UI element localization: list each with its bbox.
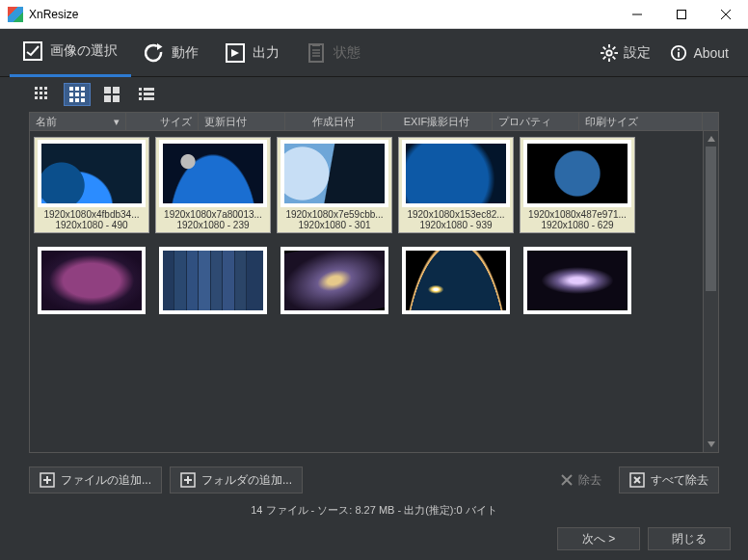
thumbnail-item[interactable]	[34, 245, 149, 316]
settings-label: 設定	[624, 44, 651, 62]
svg-rect-45	[104, 95, 111, 102]
status-bar: 14 ファイル - ソース: 8.27 MB - 出力(推定):0 バイト	[0, 499, 748, 521]
vertical-scrollbar[interactable]	[703, 131, 718, 452]
svg-rect-41	[75, 98, 79, 102]
add-folder-icon	[180, 472, 196, 488]
svg-rect-39	[81, 93, 85, 96]
add-file-button[interactable]: ファイルの追加...	[29, 467, 162, 493]
svg-rect-32	[40, 96, 42, 99]
app-icon	[8, 7, 23, 22]
action-icon	[145, 43, 164, 63]
output-icon	[226, 43, 245, 63]
svg-rect-47	[139, 88, 142, 91]
view-large-grid[interactable]	[98, 83, 125, 106]
view-medium-grid[interactable]	[64, 83, 91, 106]
svg-rect-40	[69, 98, 73, 102]
thumb-filename: 1920x1080x153ec82...	[407, 209, 504, 220]
thumbnail-grid[interactable]: 1920x1080x4fbdb34...1920x1080 - 4901920x…	[30, 131, 703, 452]
thumbnail-item[interactable]	[520, 245, 635, 316]
thumb-filename: 1920x1080x487e971...	[528, 209, 627, 220]
svg-rect-37	[69, 93, 73, 96]
col-printsize[interactable]: 印刷サイズ	[579, 113, 703, 130]
add-folder-button[interactable]: フォルダの追加...	[170, 467, 303, 493]
svg-rect-29	[40, 92, 42, 94]
maximize-button[interactable]	[659, 0, 704, 29]
svg-rect-52	[144, 97, 154, 100]
svg-marker-5	[157, 43, 163, 50]
tab-action[interactable]: 動作	[131, 29, 212, 77]
thumbnail-item[interactable]: 1920x1080x7a80013...1920x1080 - 239	[155, 137, 271, 233]
add-file-label: ファイルの追加...	[61, 472, 151, 489]
next-button[interactable]: 次へ >	[557, 527, 640, 550]
svg-rect-9	[312, 43, 320, 46]
remove-icon	[561, 474, 573, 486]
svg-rect-25	[35, 87, 38, 90]
tab-output[interactable]: 出力	[212, 29, 293, 77]
thumb-info: 1920x1080 - 629	[541, 220, 613, 230]
scrollbar-thumb[interactable]	[706, 147, 716, 291]
col-size[interactable]: サイズ	[126, 113, 199, 130]
thumbnail-item[interactable]: 1920x1080x153ec82...1920x1080 - 939	[398, 137, 514, 233]
thumbnail-item[interactable]: 1920x1080x7e59cbb...1920x1080 - 301	[277, 137, 392, 233]
svg-rect-28	[35, 92, 38, 94]
svg-rect-27	[44, 87, 47, 90]
view-toolbar	[0, 77, 748, 112]
svg-marker-53	[708, 136, 715, 142]
tab-status: 状態	[293, 29, 374, 77]
tab-select-images[interactable]: 画像の選択	[10, 29, 131, 77]
about-label: About	[693, 45, 729, 61]
remove-all-button[interactable]: すべて除去	[619, 467, 719, 493]
svg-rect-51	[139, 97, 142, 100]
minimize-button[interactable]	[615, 0, 659, 29]
svg-rect-4	[24, 42, 41, 60]
remove-all-icon	[629, 472, 645, 488]
thumb-filename: 1920x1080x7a80013...	[164, 209, 262, 220]
thumbnail-item[interactable]	[155, 245, 271, 316]
remove-all-label: すべて除去	[651, 472, 708, 489]
titlebar[interactable]: XnResize	[0, 0, 748, 29]
svg-rect-33	[44, 96, 47, 99]
gear-icon	[601, 44, 618, 62]
remove-button[interactable]: 除去	[551, 467, 611, 493]
close-app-button[interactable]: 閉じる	[648, 527, 731, 550]
svg-line-21	[613, 46, 616, 49]
svg-line-18	[603, 46, 606, 49]
thumbnail-item[interactable]	[277, 245, 392, 316]
tab-status-label: 状態	[334, 44, 361, 62]
col-name[interactable]: 名前▾	[30, 113, 126, 130]
scroll-up-icon[interactable]	[704, 131, 719, 147]
svg-marker-7	[231, 49, 239, 57]
remove-label: 除去	[578, 472, 601, 489]
column-headers[interactable]: 名前▾ サイズ 更新日付 作成日付 EXIF撮影日付 プロパティ 印刷サイズ	[29, 112, 719, 131]
svg-rect-35	[75, 87, 79, 91]
thumbnail-item[interactable]: 1920x1080x4fbdb34...1920x1080 - 490	[34, 137, 149, 233]
thumbnail-item[interactable]	[398, 245, 514, 316]
col-scroll-spacer	[703, 113, 718, 130]
settings-button[interactable]: 設定	[591, 29, 660, 77]
main-tabs: 画像の選択 動作 出力 状態 設定 About	[0, 29, 748, 77]
svg-rect-50	[144, 93, 154, 95]
view-small-grid[interactable]	[29, 83, 56, 106]
col-exifdate[interactable]: EXIF撮影日付	[382, 113, 493, 130]
sort-indicator: ▾	[114, 116, 120, 128]
info-icon	[670, 44, 687, 62]
col-modified[interactable]: 更新日付	[199, 113, 285, 130]
tab-output-label: 出力	[253, 44, 280, 62]
thumbnail-item[interactable]: 1920x1080x487e971...1920x1080 - 629	[520, 137, 635, 233]
col-props[interactable]: プロパティ	[493, 113, 579, 130]
svg-rect-34	[69, 87, 73, 91]
action-bar: ファイルの追加... フォルダの追加... 除去 すべて除去	[0, 461, 748, 499]
about-button[interactable]: About	[660, 29, 738, 77]
tab-select-label: 画像の選択	[50, 42, 118, 60]
svg-rect-46	[113, 95, 120, 102]
close-button[interactable]	[704, 0, 748, 29]
svg-rect-1	[678, 10, 686, 18]
scroll-down-icon[interactable]	[704, 437, 719, 452]
view-list[interactable]	[133, 83, 160, 106]
svg-rect-48	[144, 88, 154, 91]
select-icon	[23, 41, 42, 61]
thumb-info: 1920x1080 - 490	[55, 220, 127, 230]
col-created[interactable]: 作成日付	[285, 113, 382, 130]
tab-action-label: 動作	[172, 44, 199, 62]
svg-rect-26	[40, 87, 42, 90]
